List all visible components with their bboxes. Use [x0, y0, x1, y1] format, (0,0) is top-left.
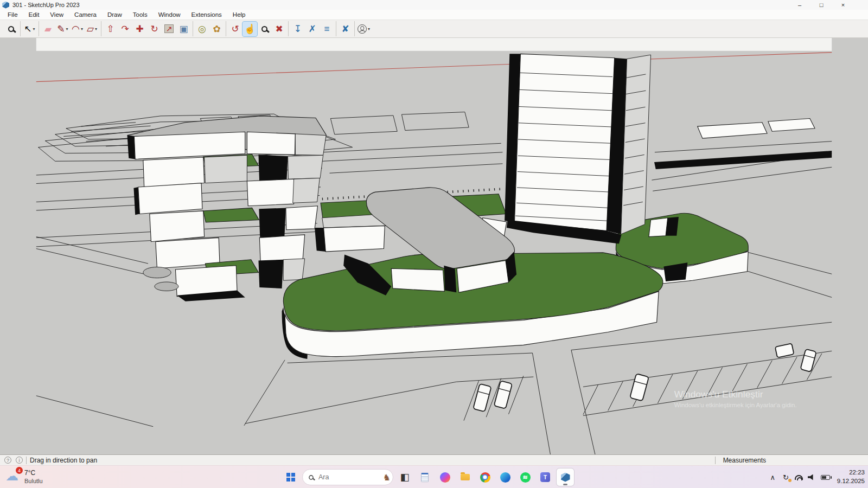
clock-date: 9.12.2025: [837, 477, 865, 486]
offset-box-button[interactable]: ▣: [176, 22, 191, 36]
menu-draw[interactable]: Draw: [102, 10, 127, 19]
task-view-taskbar-button[interactable]: ◧: [396, 468, 413, 486]
edge-taskbar-button[interactable]: [496, 468, 514, 486]
solid-intersect-button[interactable]: ✗: [305, 22, 320, 36]
chrome-icon: [480, 472, 490, 483]
copilot-taskbar-button[interactable]: [436, 468, 454, 486]
account-button[interactable]: ▾: [356, 22, 371, 36]
follow-me-button[interactable]: ↷: [118, 22, 132, 36]
edge-icon: [500, 472, 510, 483]
solid-settings-button[interactable]: ✘: [338, 22, 353, 36]
teams-taskbar-button[interactable]: T: [537, 468, 554, 486]
clock-time: 22:23: [837, 468, 865, 477]
status-bar: ? i Drag in direction to pan Measurement…: [0, 454, 868, 465]
pan-button[interactable]: ☝: [242, 22, 257, 36]
menu-edit[interactable]: Edit: [23, 10, 45, 19]
line-button[interactable]: ✎▾: [55, 22, 70, 36]
menu-extensions[interactable]: Extensions: [186, 10, 227, 19]
warehouse-download-icon: ↧: [293, 24, 301, 34]
menu-file[interactable]: File: [2, 10, 23, 19]
toolbar-group: ◎✿: [193, 21, 226, 36]
weather-widget[interactable]: ☁ 4 7°C Bulutlu: [5, 468, 43, 484]
weather-temperature: 7°C: [24, 469, 43, 477]
toolbar-group: ✘: [336, 21, 354, 36]
arc-icon: ◠: [72, 24, 80, 34]
account-icon: [358, 24, 367, 34]
wifi-icon[interactable]: [795, 475, 803, 480]
search-icon: [309, 475, 314, 480]
paint-bucket-button[interactable]: ✿: [209, 22, 224, 36]
scale-icon: ↗: [164, 24, 174, 33]
spotify-taskbar-button[interactable]: ≋: [516, 468, 534, 486]
select-button[interactable]: ↖▾: [22, 22, 37, 36]
windows-start-icon: [286, 473, 290, 477]
tape-measure-button[interactable]: ◎: [195, 22, 209, 36]
geolocation-icon[interactable]: ?: [4, 457, 11, 464]
account-dropdown[interactable]: ▾: [368, 27, 370, 31]
file-explorer-taskbar-button[interactable]: [456, 468, 474, 486]
layers-share-icon: ≡: [324, 24, 330, 34]
tray-sync-icon[interactable]: ↻: [782, 473, 790, 481]
toolbar-group: ▾: [354, 21, 373, 36]
notepad-taskbar-button[interactable]: [416, 468, 433, 486]
sketchup-taskbar-button[interactable]: [557, 468, 574, 486]
menu-view[interactable]: View: [44, 10, 69, 19]
offset-box-icon: ▣: [179, 24, 188, 34]
rectangle-button[interactable]: ▱▾: [85, 22, 99, 36]
zoom-window-button[interactable]: [4, 22, 18, 36]
teams-icon: T: [540, 472, 550, 482]
measurements-input[interactable]: [771, 456, 864, 465]
rotate-icon: ↻: [150, 24, 158, 34]
select-dropdown[interactable]: ▾: [33, 27, 35, 31]
minimize-button[interactable]: –: [789, 0, 810, 10]
tape-measure-icon: ◎: [198, 24, 206, 34]
zoom-icon: [261, 26, 267, 32]
chrome-taskbar-button[interactable]: [476, 468, 494, 486]
rotate-button[interactable]: ↻: [147, 22, 162, 36]
start-button[interactable]: [282, 468, 299, 486]
sketchup-icon: [561, 473, 570, 482]
toolbar-group: ⇧↷✚↻↗▣: [101, 21, 193, 36]
taskbar: ☁ 4 7°C Bulutlu ♞ ◧≋T ∧↻ 22:23 9.12.2025: [0, 465, 868, 488]
toolbar-group: ↺☝✖: [226, 21, 288, 36]
menu-camera[interactable]: Camera: [69, 10, 102, 19]
arc-dropdown[interactable]: ▾: [81, 27, 83, 31]
battery-icon[interactable]: [821, 475, 830, 480]
menu-tools[interactable]: Tools: [127, 10, 153, 19]
search-input[interactable]: [318, 473, 373, 481]
rectangle-icon: ▱: [87, 24, 94, 34]
push-pull-icon: ⇧: [106, 24, 114, 34]
scale-button[interactable]: ↗: [162, 22, 176, 36]
copilot-icon: [440, 472, 450, 483]
spotify-icon: ≋: [520, 472, 531, 483]
rectangle-dropdown[interactable]: ▾: [95, 27, 97, 31]
menu-help[interactable]: Help: [227, 10, 251, 19]
eraser-button[interactable]: ▰: [41, 22, 55, 36]
title-bar: 301 - SketchUp Pro 2023 – □ ×: [0, 0, 868, 10]
close-button[interactable]: ×: [832, 0, 854, 10]
push-pull-button[interactable]: ⇧: [103, 22, 118, 36]
weather-badge: 4: [16, 467, 23, 474]
volume-icon[interactable]: [808, 474, 816, 480]
toolbar-group: [2, 21, 20, 36]
zoom-button[interactable]: [257, 22, 272, 36]
info-icon[interactable]: i: [16, 457, 23, 464]
move-button[interactable]: ✚: [132, 22, 147, 36]
layers-share-button[interactable]: ≡: [320, 22, 334, 36]
pan-icon: ☝: [244, 24, 256, 34]
orbit-button[interactable]: ↺: [228, 22, 242, 36]
taskbar-clock[interactable]: 22:23 9.12.2025: [837, 468, 865, 485]
line-dropdown[interactable]: ▾: [66, 27, 68, 31]
tray-expand-icon[interactable]: ∧: [769, 473, 777, 481]
warehouse-download-button[interactable]: ↧: [290, 22, 305, 36]
status-separator: [26, 457, 27, 464]
viewport[interactable]: Windows'u Etkinleştir Windows'u etkinleş…: [0, 38, 868, 454]
menu-bar: FileEditViewCameraDrawToolsWindowExtensi…: [0, 10, 868, 20]
zoom-extents-button[interactable]: ✖: [272, 22, 286, 36]
menu-window[interactable]: Window: [153, 10, 186, 19]
window-title: 301 - SketchUp Pro 2023: [12, 2, 80, 8]
maximize-button[interactable]: □: [810, 0, 832, 10]
arc-button[interactable]: ◠▾: [70, 22, 85, 36]
file-explorer-icon: [461, 474, 470, 480]
taskbar-search[interactable]: ♞: [302, 469, 393, 485]
